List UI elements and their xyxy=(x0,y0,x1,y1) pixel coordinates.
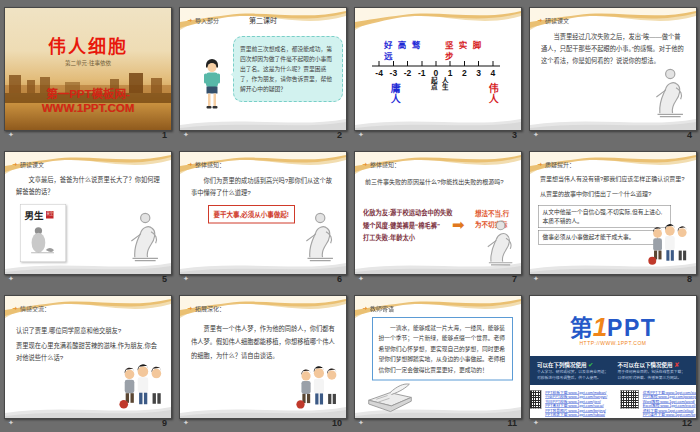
discussion-text: 贾里有一个伟人梦，作为他的同龄人，你们都有伟人梦。假如伟人细胞都能移植，你想移植… xyxy=(191,322,337,363)
label-jianshijiaobu: 坚 实 脚步 xyxy=(445,40,483,61)
slide-cell-6: ➜整体感知： 你们为贾里的成功感到高兴吗?那你们从这个故事中懂得了什么道理? 要… xyxy=(175,144,350,288)
transition-star-icon: ✦ xyxy=(183,419,189,427)
slide-number: 4 xyxy=(687,130,692,140)
arrow-icon: ➜ xyxy=(13,161,18,167)
section-label: 情感交流： xyxy=(20,304,50,313)
usage-terms-banner: 可以在下列情况使用 ✔ 个人学习、研究或欣赏，以及非商业用途； 对模板进行修改调… xyxy=(530,356,696,385)
slide-number: 7 xyxy=(512,274,517,284)
transition-star-icon: ✦ xyxy=(358,131,364,139)
allowed-line: 对模板进行修改调整后，供个人使用。 xyxy=(537,375,609,380)
section-label: 整体感知： xyxy=(195,160,225,169)
watermark-text: 第一PPT模板网-WWW.1PPT.COM xyxy=(5,84,171,115)
site-links-right: 优秀PPT下载:www.1ppt.com/xiazai/ PPT教程:www.1… xyxy=(643,390,697,417)
slide-number: 8 xyxy=(687,274,692,284)
qr-code xyxy=(529,390,542,409)
slide-number: 6 xyxy=(337,274,342,284)
slide-thumbnail-1[interactable]: 伟人细胞 第二单元·往事依依 第一PPT模板网-WWW.1PPT.COM xyxy=(4,7,172,131)
question-text: 认识了贾里,哪位同学愿意和他交朋友? xyxy=(16,325,161,337)
transition-star-icon: ✦ xyxy=(8,419,14,427)
site-link[interactable]: PPT课件下载:www.1ppt.com/kejian/ xyxy=(643,413,697,418)
slide-thumbnail-5[interactable]: ➜研读课文 文章最后，爸爸为什么说贾里长大了？你如何理解爸爸的话？ 男生 贾里 xyxy=(4,151,172,275)
forbidden-title: 不可以在以下情况使用 xyxy=(618,362,673,368)
slide-number: 10 xyxy=(332,418,342,428)
slide-thumbnail-4[interactable]: ➜研读课文 当贾里经过几次失败之后，发出“唉——做个普通人，只配干那些不起眼的小… xyxy=(529,7,697,131)
transition-star-icon: ✦ xyxy=(533,419,539,427)
label-weiren: 伟人 xyxy=(486,83,501,106)
slide-cell-4: ➜研读课文 当贾里经过几次失败之后，发出“唉——做个普通人，只配干那些不起眼的小… xyxy=(525,0,700,144)
slide-thumbnail-2[interactable]: 第二课时 ➜导入部分 贾里前三次想成名，都没能成功，第四次却因为做了件毫不起眼的… xyxy=(179,7,347,131)
transition-star-icon: ✦ xyxy=(358,419,364,427)
allowed-line: 个人学习、研究或欣赏，以及非商业用途； xyxy=(537,369,609,374)
section-label: 质疑提升： xyxy=(545,160,575,169)
section-label: 导入部分 xyxy=(195,16,219,25)
slide-cell-10: ➜拓展深化： 贾里有一个伟人梦，作为他的同龄人，你们都有伟人梦。假如伟人细胞都能… xyxy=(175,288,350,432)
statue-sketch-illustration xyxy=(647,67,690,119)
slide-thumbnail-11[interactable]: ➜教师寄语 一滴水，能够成就一片大海，一缕风，能够装扮一个季节；一片新绿，能够点… xyxy=(354,295,522,419)
open-book-sketch xyxy=(364,376,416,415)
arrow-icon: ➜ xyxy=(363,161,368,167)
forbidden-line: 用于任何商业目的，包括在线售卖下载； xyxy=(618,369,690,374)
statue-sketch-illustration xyxy=(480,219,518,267)
cartoon-boy-illustration xyxy=(198,58,226,118)
question-text: 当贾里经过几次失败之后，发出“唉——做个普通人，只配干那些不起眼的小事。”的感慨… xyxy=(541,31,685,67)
arrow-icon: ➜ xyxy=(188,17,193,23)
forbidden-line: 以任何形式转载、传播至第三方网站。 xyxy=(618,375,690,380)
cartoon-boys-illustration xyxy=(647,221,691,267)
speech-bubble: 贾里前三次想成名，都没能成功，第四次却因为做了件毫不起眼的小事而出了名。这是为什… xyxy=(233,36,343,102)
site-links-left: PPT模板下载:www.1ppt.com/moban/ 行业PPT模板:www.… xyxy=(545,390,607,417)
statue-sketch-illustration xyxy=(122,211,165,263)
book-seal: 贾里 xyxy=(46,211,54,219)
slide-thumbnail-9[interactable]: ➜情感交流： 认识了贾里,哪位同学愿意和他交朋友? 贾里现在心里充满着酸甜苦辣的… xyxy=(4,295,172,419)
question-text: 贾里想当伟人有没有错?那我们应该怎样正确认识贾里? xyxy=(540,174,688,184)
slide-number: 1 xyxy=(162,130,167,140)
slide-number: 11 xyxy=(507,418,517,428)
slide-cell-5: ➜研读课文 文章最后，爸爸为什么说贾里长大了？你如何理解爸爸的话？ 男生 贾里 xyxy=(0,144,175,288)
check-icon: ✔ xyxy=(588,361,593,369)
transition-star-icon: ✦ xyxy=(8,275,14,283)
transition-star-icon: ✦ xyxy=(8,131,14,139)
slide-thumbnail-6[interactable]: ➜整体感知： 你们为贾里的成功感到高兴吗?那你们从这个故事中懂得了什么道理? 要… xyxy=(179,151,347,275)
label-haogaowuyuan: 好 高 骛远 xyxy=(384,40,422,61)
section-label: 教师寄语 xyxy=(370,304,394,313)
transition-star-icon: ✦ xyxy=(183,275,189,283)
origin-labels: 起点 人生 xyxy=(429,77,450,90)
slide-number: 2 xyxy=(337,130,342,140)
bottom-wave-decoration xyxy=(355,115,521,130)
book-title: 男生 xyxy=(25,208,44,222)
slide-number: 5 xyxy=(162,274,167,284)
slide-cell-2: 第二课时 ➜导入部分 贾里前三次想成名，都没能成功，第四次却因为做了件毫不起眼的… xyxy=(175,0,350,144)
question-text: 前三件事失败的原因是什么?你能找出失败的根源吗? xyxy=(365,176,513,188)
slide-number: 12 xyxy=(682,418,692,428)
cartoon-boys-illustration xyxy=(118,361,166,411)
cartoon-boys-illustration xyxy=(295,363,341,411)
arrow-icon: ➜ xyxy=(188,161,193,167)
qr-links-section: PPT模板下载:www.1ppt.com/moban/ 行业PPT模板:www.… xyxy=(530,390,696,417)
slide-cell-11: ➜教师寄语 一滴水，能够成就一片大海，一缕风，能够装扮一个季节；一片新绿，能够点… xyxy=(350,288,525,432)
site-link[interactable]: PPT图表下载:www.1ppt.com/tubiao/ xyxy=(545,413,607,418)
label-yongren: 庸人 xyxy=(388,83,403,106)
transition-star-icon: ✦ xyxy=(358,275,364,283)
cause-item: 打工失败:年龄太小 xyxy=(363,232,453,245)
book-cover-nansheng-jiali: 男生 贾里 xyxy=(20,204,66,262)
slide-thumbnail-3[interactable]: 好 高 骛远 坚 实 脚步 -4-3-2-101234 起点 人生 庸人 伟人 xyxy=(354,7,522,131)
slide-thumbnail-12[interactable]: 第1PPT HTTP://WWW.1PPT.COM 可以在下列情况使用 ✔ 个人… xyxy=(529,295,697,419)
slide-thumbnail-7[interactable]: ➜整体感知： 前三件事失败的原因是什么?你能找出失败的根源吗? 化敌为友:源于校… xyxy=(354,151,522,275)
top-wave-decoration xyxy=(355,8,521,37)
slide-cell-7: ➜整体感知： 前三件事失败的原因是什么?你能找出失败的根源吗? 化敌为友:源于校… xyxy=(350,144,525,288)
section-label: 研读课文 xyxy=(545,16,569,25)
arrow-icon: ➜ xyxy=(188,305,193,311)
answer-box: 做事必须从小事做起才能干成大事。 xyxy=(538,230,658,245)
teacher-message-box: 一滴水，能够成就一片大海，一缕风，能够装扮一个季节；一片新绿，能够点缀一个世界。… xyxy=(372,317,513,381)
section-label: 研读课文 xyxy=(20,160,44,169)
statue-sketch-illustration xyxy=(297,211,340,263)
number-line-ticks xyxy=(372,61,500,66)
arrow-icon: ➜ xyxy=(13,305,18,311)
slide-thumbnail-10[interactable]: ➜拓展深化： 贾里有一个伟人梦，作为他的同龄人，你们都有伟人梦。假如伟人细胞都能… xyxy=(179,295,347,419)
slide-number: 3 xyxy=(512,130,517,140)
slide-cell-8: ➜质疑提升： 贾里想当伟人有没有错?那我们应该怎样正确认识贾里? 从贾里的故事中… xyxy=(525,144,700,288)
slide-cell-9: ➜情感交流： 认识了贾里,哪位同学愿意和他交朋友? 贾里现在心里充满着酸甜苦辣的… xyxy=(0,288,175,432)
transition-star-icon: ✦ xyxy=(533,275,539,283)
cross-icon: ✘ xyxy=(674,361,679,369)
logo-url: HTTP://WWW.1PPT.COM xyxy=(530,340,696,346)
slide-thumbnail-8[interactable]: ➜质疑提升： 贾里想当伟人有没有错?那我们应该怎样正确认识贾里? 从贾里的故事中… xyxy=(529,151,697,275)
